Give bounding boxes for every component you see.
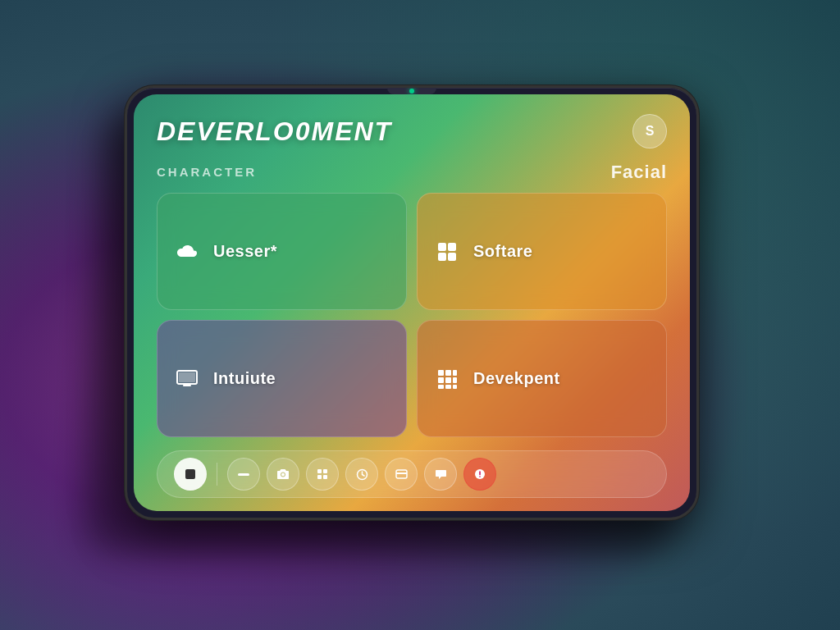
- tablet-screen: DEVERLO0MENT S CHARACTER Facial: [134, 94, 690, 511]
- tablet-wrapper: DEVERLO0MENT S CHARACTER Facial: [125, 85, 715, 545]
- toolbar-btn-grid[interactable]: [306, 458, 339, 491]
- svg-rect-18: [317, 469, 322, 473]
- card-intuiute-label: Intuiute: [213, 369, 276, 388]
- card-intuiute[interactable]: Intuiute: [157, 320, 407, 437]
- svg-rect-1: [448, 243, 456, 251]
- toolbar-btn-card[interactable]: [385, 458, 418, 491]
- card-uesser-label: Uesser*: [213, 242, 277, 261]
- toolbar-btn-clock[interactable]: [345, 458, 378, 491]
- svg-rect-20: [317, 475, 322, 479]
- svg-rect-11: [453, 377, 457, 383]
- card-softare-label: Softare: [473, 242, 532, 261]
- svg-rect-10: [445, 377, 451, 383]
- svg-rect-2: [438, 253, 446, 261]
- svg-rect-24: [396, 472, 407, 474]
- cards-grid: Uesser* Softare: [157, 193, 667, 437]
- svg-point-26: [479, 476, 481, 477]
- svg-rect-8: [453, 370, 457, 376]
- screen-content: DEVERLO0MENT S CHARACTER Facial: [134, 94, 690, 511]
- cloud-icon: [172, 237, 202, 267]
- camera-bump: [387, 88, 436, 94]
- svg-rect-3: [448, 253, 456, 261]
- svg-rect-13: [445, 385, 451, 389]
- svg-rect-12: [438, 385, 444, 389]
- facial-label: Facial: [611, 162, 667, 183]
- toolbar-btn-square[interactable]: [174, 458, 207, 491]
- card-softare[interactable]: Softare: [417, 193, 667, 310]
- toolbar-btn-chat[interactable]: [424, 458, 457, 491]
- toolbar-btn-alert[interactable]: [463, 458, 496, 491]
- svg-rect-21: [323, 475, 327, 479]
- monitor-icon: [172, 364, 202, 394]
- svg-rect-15: [185, 469, 195, 479]
- bottom-toolbar: [157, 450, 667, 498]
- tablet-body: DEVERLO0MENT S CHARACTER Facial: [125, 85, 699, 520]
- svg-rect-6: [438, 370, 444, 376]
- section-labels: CHARACTER Facial: [157, 162, 667, 183]
- toolbar-btn-camera[interactable]: [267, 458, 299, 491]
- character-label: CHARACTER: [157, 165, 257, 179]
- svg-rect-9: [438, 377, 444, 383]
- svg-rect-0: [438, 243, 446, 251]
- card-uesser[interactable]: Uesser*: [157, 193, 407, 310]
- grid-icon: [432, 364, 462, 394]
- svg-rect-14: [453, 385, 457, 389]
- app-header: DEVERLO0MENT S: [157, 114, 667, 148]
- app-title: DEVERLO0MENT: [157, 116, 392, 147]
- header-icon-button[interactable]: S: [632, 114, 667, 148]
- svg-rect-16: [238, 473, 249, 476]
- header-icon-label: S: [646, 124, 655, 139]
- svg-rect-5: [179, 372, 195, 382]
- toolbar-btn-minus[interactable]: [227, 458, 260, 491]
- card-devekpent-label: Devekpent: [473, 369, 560, 388]
- toolbar-divider: [217, 463, 217, 486]
- camera-dot: [409, 89, 414, 94]
- apps-icon: [432, 237, 462, 267]
- svg-point-17: [281, 473, 285, 477]
- card-devekpent[interactable]: Devekpent: [417, 320, 667, 437]
- svg-rect-19: [323, 469, 327, 473]
- svg-rect-7: [445, 370, 451, 376]
